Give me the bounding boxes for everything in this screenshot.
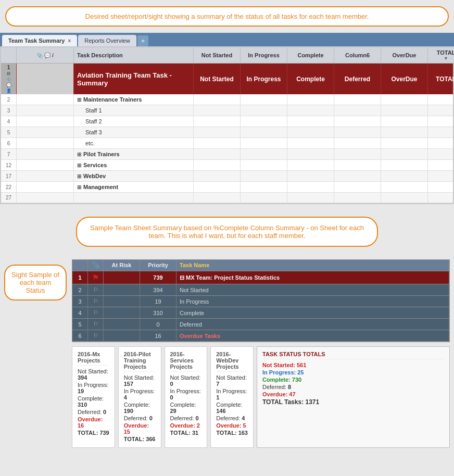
row-d-cell <box>334 94 381 105</box>
mx-row-num: 4 <box>72 307 88 318</box>
row-ip-cell <box>241 138 287 148</box>
card-title: 2016-Pilot Training Projects <box>124 351 156 372</box>
totals-stat-line: Deferred: 8 <box>262 384 444 390</box>
table-row: 4 Staff 2 <box>1 116 453 127</box>
mx-table-row: 5 ⚐ 0 Deferred <box>72 319 449 330</box>
row-od-cell <box>381 138 428 148</box>
expand-icon[interactable]: ⊞ <box>77 152 81 157</box>
table-row: 12 ⊞Services <box>1 160 453 171</box>
bottom-section: Sight Sample of each team Status 📎 At Ri… <box>0 259 454 452</box>
row-icons-cell <box>17 149 74 159</box>
expand-icon[interactable]: ⊞ <box>77 173 81 179</box>
flag-gray-icon: ⚐ <box>93 321 98 328</box>
tab-reports-overview[interactable]: Reports Overview <box>78 35 136 46</box>
mid-bubble-text: Sample Team Sheet Summary based on %Comp… <box>90 224 364 240</box>
totals-stat-line: In Progress: 25 <box>262 369 444 375</box>
row-task-cell: ⊞Pilot Trainers <box>74 149 194 159</box>
mx-row-num: 6 <box>72 330 88 341</box>
row-ns-cell <box>194 116 241 127</box>
totals-stat-line: TOTAL Tasks: 1371 <box>262 398 444 406</box>
row-ns-cell <box>194 171 241 181</box>
mx-atrisk-cell <box>104 284 140 295</box>
table-row: 27 <box>1 193 453 203</box>
stat-line: Not Started: 394 <box>78 368 109 381</box>
flag-red-icon: ⚑ <box>92 273 99 282</box>
totals-card-title: TASK STATUS TOTALS <box>262 351 444 359</box>
stat-line: TOTAL: 31 <box>170 430 202 436</box>
mx-priority-cell: 739 <box>140 271 176 284</box>
row-c-cell <box>287 94 334 105</box>
mid-bubble-container: Sample Team Sheet Summary based on %Comp… <box>0 204 454 259</box>
row-num-cell: 6 <box>1 138 17 148</box>
mx-priority-cell: 16 <box>140 330 176 341</box>
row-ns-cell <box>194 105 241 116</box>
row-c-cell <box>287 116 334 127</box>
card-title: 2016-Mx Projects <box>78 351 109 366</box>
stat-line: Complete: 29 <box>170 402 202 414</box>
expand-icon[interactable]: ⊞ <box>77 184 81 190</box>
table-row: 7 ⊞Pilot Trainers <box>1 149 453 160</box>
mx-col-atrisk: At Risk <box>104 260 140 271</box>
expand-icon[interactable]: ⊞ <box>77 97 81 103</box>
row-c-cell <box>287 105 334 116</box>
stat-line: Deferred: 0 <box>78 409 109 415</box>
row-ns-cell <box>194 149 241 159</box>
stat-line: Overdue: 5 <box>216 422 248 429</box>
flag-gray-icon: ⚐ <box>93 286 98 293</box>
mid-annotation-bubble: Sample Team Sheet Summary based on %Comp… <box>76 217 378 247</box>
row-d-cell <box>334 116 381 127</box>
aviation-task-name: Aviation Training Team Task - Summary <box>74 64 194 94</box>
mx-atrisk-cell <box>104 307 140 318</box>
stat-line: TOTAL: 366 <box>124 436 156 442</box>
row-t-cell <box>428 127 454 137</box>
row-task-cell: ⊞Services <box>74 160 194 170</box>
aviation-row-num: 1 ⊟ 📎 💬 👤 <box>1 64 17 94</box>
col-header-overdue: OverDue <box>381 47 428 63</box>
row-t-cell <box>428 105 454 116</box>
row-task-cell: Staff 3 <box>74 127 194 137</box>
card-title: 2016-Services Projects <box>170 351 202 372</box>
mx-table-row: 6 ⚐ 16 Overdue Tasks <box>72 330 449 342</box>
row-task-cell <box>74 193 194 203</box>
data-rows-container: 2 ⊞Maintenance Trainers 3 Staff 1 4 Staf… <box>1 94 453 203</box>
row-d-cell <box>334 171 381 181</box>
mx-flag-cell: ⚑ <box>88 271 104 284</box>
tab-team-task-summary[interactable]: Team Task Summary × <box>2 35 77 46</box>
row-t-cell <box>428 171 454 181</box>
mx-flag-cell: ⚐ <box>88 330 104 341</box>
row-od-cell <box>381 182 428 192</box>
table-row: 17 ⊞WebDev <box>1 171 453 182</box>
stat-card: 2016-Mx ProjectsNot Started: 394In Progr… <box>72 346 115 448</box>
row-t-cell <box>428 182 454 192</box>
row-od-cell <box>381 94 428 105</box>
row-ns-cell <box>194 138 241 148</box>
tab-bar: Team Task Summary × Reports Overview + <box>0 33 454 46</box>
stat-card: 2016-WebDev ProjectsNot Started: 7In Pro… <box>210 346 254 448</box>
stat-line: Overdue: 15 <box>124 422 156 435</box>
row-d-cell <box>334 160 381 170</box>
row-num-cell: 27 <box>1 193 17 203</box>
row-task-cell: Staff 2 <box>74 116 194 127</box>
spreadsheet-area: 📎 💬 i Task Description Not Started In Pr… <box>0 46 454 204</box>
expand-icon[interactable]: ⊞ <box>77 162 81 168</box>
row-c-cell <box>287 149 334 159</box>
tab-close-icon[interactable]: × <box>68 38 71 44</box>
row-t-cell <box>428 193 454 203</box>
mx-table-row: 1 ⚑ 739 ⊟ MX Team: Project Status Statis… <box>72 271 449 284</box>
top-annotation-bubble: Desired sheet/report/sight showing a sum… <box>5 6 449 27</box>
row-ip-cell <box>241 160 287 170</box>
tab-add-button[interactable]: + <box>137 35 149 46</box>
col-header-complete: Complete <box>287 47 334 63</box>
sight-sample-label: Sight Sample of each team Status <box>4 265 67 300</box>
stat-cards-container: 2016-Mx ProjectsNot Started: 394In Progr… <box>72 346 254 448</box>
row-t-cell <box>428 94 454 105</box>
row-ip-cell <box>241 116 287 127</box>
mx-col-rownum <box>72 260 88 271</box>
mx-table-row: 2 ⚐ 394 Not Started <box>72 284 449 296</box>
row-d-cell <box>334 182 381 192</box>
card-title: 2016-WebDev Projects <box>216 351 248 372</box>
flag-gray-icon: ⚐ <box>93 298 98 305</box>
col-header-rownum <box>1 47 17 63</box>
mx-task-cell: Deferred <box>176 319 449 330</box>
stat-card: 2016-Services ProjectsNot Started: 0In P… <box>165 346 208 448</box>
